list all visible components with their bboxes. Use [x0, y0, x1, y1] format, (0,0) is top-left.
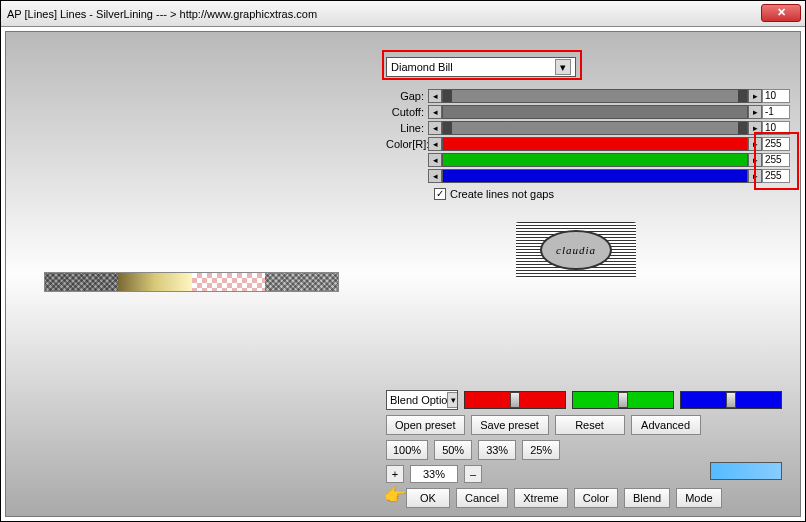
slider-rows: Gap: ◂ ▸ 10 Cutoff: ◂ ▸ -1 Line: ◂ [386, 88, 790, 200]
titlebar: AP [Lines] Lines - SilverLining --- > ht… [1, 1, 805, 27]
checkbox-label: Create lines not gaps [450, 188, 554, 200]
slider-thumb[interactable] [618, 392, 628, 408]
gap-row: Gap: ◂ ▸ 10 [386, 88, 790, 104]
zoom-100-button[interactable]: 100% [386, 440, 428, 460]
control-panel: Blend Optio ▾ Open preset Save preset Re… [386, 390, 782, 508]
logo-text: claudia [540, 230, 612, 270]
cutoff-value[interactable]: -1 [762, 105, 790, 119]
decrement-button[interactable]: ◂ [428, 121, 442, 135]
color-r-row: Color[R]: ◂ ▸ 255 [386, 136, 790, 152]
blend-options-label: Blend Optio [390, 394, 447, 406]
action-buttons-row: OK Cancel Xtreme Color Blend Mode [406, 488, 782, 508]
gap-label: Gap: [386, 90, 428, 102]
line-slider[interactable] [442, 121, 748, 135]
line-row: Line: ◂ ▸ 10 [386, 120, 790, 136]
client-area: Diamond Bill ▾ Gap: ◂ ▸ 10 Cutoff: ◂ ▸ -… [5, 31, 801, 517]
ok-button[interactable]: OK [406, 488, 450, 508]
close-button[interactable]: ✕ [761, 4, 801, 22]
increment-button[interactable]: ▸ [748, 89, 762, 103]
reset-button[interactable]: Reset [555, 415, 625, 435]
checkbox-icon: ✓ [434, 188, 446, 200]
zoom-in-button[interactable]: + [386, 465, 404, 483]
color-button[interactable]: Color [574, 488, 618, 508]
color-b-slider[interactable] [442, 169, 748, 183]
preview-segment [118, 273, 191, 291]
color-swatch [710, 462, 782, 480]
advanced-button[interactable]: Advanced [631, 415, 701, 435]
create-lines-checkbox[interactable]: ✓ Create lines not gaps [434, 188, 554, 200]
preview-strip [44, 272, 339, 292]
decrement-button[interactable]: ◂ [428, 153, 442, 167]
zoom-presets-row: 100% 50% 33% 25% [386, 440, 782, 460]
line-label: Line: [386, 122, 428, 134]
preset-value: Diamond Bill [391, 61, 453, 73]
cutoff-slider[interactable] [442, 105, 748, 119]
blend-options-dropdown[interactable]: Blend Optio ▾ [386, 390, 458, 410]
decrement-button[interactable]: ◂ [428, 169, 442, 183]
color-r-slider[interactable] [442, 137, 748, 151]
preview-segment [265, 273, 338, 291]
save-preset-button[interactable]: Save preset [471, 415, 549, 435]
cutoff-label: Cutoff: [386, 106, 428, 118]
mode-button[interactable]: Mode [676, 488, 722, 508]
decrement-button[interactable]: ◂ [428, 105, 442, 119]
increment-button[interactable]: ▸ [748, 105, 762, 119]
blend-button[interactable]: Blend [624, 488, 670, 508]
cutoff-row: Cutoff: ◂ ▸ -1 [386, 104, 790, 120]
color-b-row: ◂ ▸ 255 [386, 168, 790, 184]
gap-slider[interactable] [442, 89, 748, 103]
highlight-box [754, 132, 799, 190]
color-r-label: Color[R]: [386, 138, 428, 150]
red-slider[interactable] [464, 391, 566, 409]
blue-slider[interactable] [680, 391, 782, 409]
decrement-button[interactable]: ◂ [428, 89, 442, 103]
zoom-50-button[interactable]: 50% [434, 440, 472, 460]
blend-row: Blend Optio ▾ [386, 390, 782, 410]
preview-segment [192, 273, 265, 291]
preview-segment [45, 273, 118, 291]
slider-thumb[interactable] [510, 392, 520, 408]
gap-value[interactable]: 10 [762, 89, 790, 103]
zoom-33-button[interactable]: 33% [478, 440, 516, 460]
slider-thumb[interactable] [726, 392, 736, 408]
zoom-value[interactable]: 33% [410, 465, 458, 483]
preset-buttons-row: Open preset Save preset Reset Advanced [386, 415, 782, 435]
pointer-icon: 👉 [384, 484, 406, 506]
open-preset-button[interactable]: Open preset [386, 415, 465, 435]
green-slider[interactable] [572, 391, 674, 409]
chevron-down-icon: ▾ [555, 59, 571, 75]
logo: claudia [516, 222, 636, 278]
parameter-panel: Diamond Bill ▾ Gap: ◂ ▸ 10 Cutoff: ◂ ▸ -… [386, 40, 790, 215]
zoom-out-button[interactable]: – [464, 465, 482, 483]
preset-dropdown[interactable]: Diamond Bill ▾ [386, 57, 576, 77]
color-g-slider[interactable] [442, 153, 748, 167]
chevron-down-icon: ▾ [447, 392, 458, 408]
zoom-25-button[interactable]: 25% [522, 440, 560, 460]
color-g-row: ◂ ▸ 255 [386, 152, 790, 168]
window-title: AP [Lines] Lines - SilverLining --- > ht… [7, 8, 317, 20]
cancel-button[interactable]: Cancel [456, 488, 508, 508]
window: AP [Lines] Lines - SilverLining --- > ht… [0, 0, 806, 522]
xtreme-button[interactable]: Xtreme [514, 488, 567, 508]
decrement-button[interactable]: ◂ [428, 137, 442, 151]
